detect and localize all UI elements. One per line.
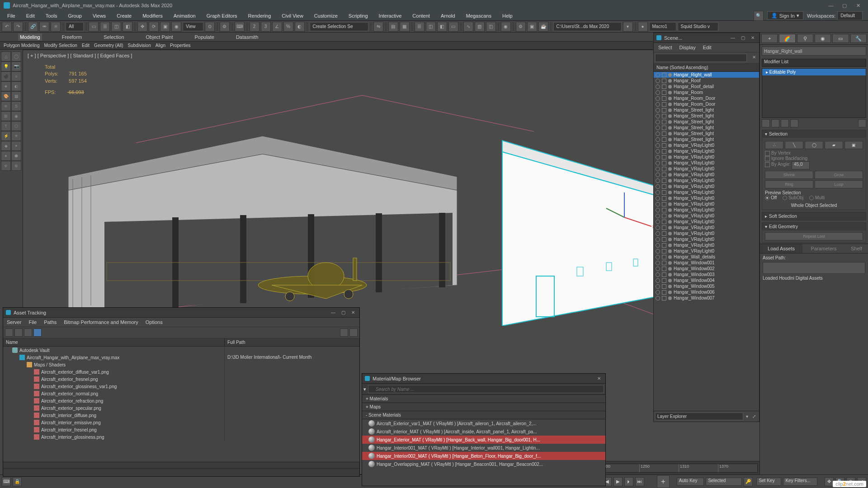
mat-section-materials[interactable]: + Materials bbox=[362, 395, 605, 403]
asset-minimize-button[interactable]: — bbox=[330, 310, 337, 316]
scene-explorer-button[interactable]: ☰ bbox=[415, 22, 425, 32]
freeze-icon[interactable] bbox=[662, 173, 666, 177]
left-tool-1[interactable]: ◯ bbox=[11, 52, 21, 61]
scene-item[interactable]: Hangar_VRayLight0 bbox=[654, 248, 759, 254]
select-button[interactable]: ▭ bbox=[89, 22, 99, 32]
grow-button[interactable]: Grow bbox=[815, 171, 863, 179]
menu-views[interactable]: Views bbox=[87, 12, 111, 20]
modifier-stack[interactable]: ▸ Editable Poly bbox=[762, 68, 866, 118]
asset-row[interactable]: Maps / Shaders bbox=[3, 361, 359, 368]
scene-item[interactable]: Hangar_VRayLight0 bbox=[654, 166, 759, 172]
asset-col-name[interactable]: Name bbox=[3, 338, 225, 346]
asset-menu-paths[interactable]: Paths bbox=[44, 319, 57, 325]
left-tool-5[interactable]: ≡ bbox=[11, 71, 21, 81]
left-tool-21[interactable]: ⬢ bbox=[11, 151, 21, 161]
left-tool-14[interactable]: T bbox=[1, 121, 11, 131]
select-rect-button[interactable]: ◫ bbox=[111, 22, 121, 32]
material-editor-button[interactable]: ◉ bbox=[501, 22, 511, 32]
material-row[interactable]: Hangar_Interior002_MAT ( VRayMtl ) [Hang… bbox=[362, 452, 605, 460]
freeze-icon[interactable] bbox=[662, 278, 666, 283]
left-tool-11[interactable]: S bbox=[11, 101, 21, 111]
freeze-icon[interactable] bbox=[662, 225, 666, 230]
freeze-icon[interactable] bbox=[662, 290, 666, 295]
asset-row[interactable]: Aircraft_Hangar_with_Airplane_max_vray.m… bbox=[3, 354, 359, 361]
mat-section-maps[interactable]: + Maps bbox=[362, 403, 605, 411]
path-browse-button[interactable]: ▾ bbox=[623, 22, 633, 32]
asset-row[interactable]: Aircraft_exterior_fresnel.png bbox=[3, 375, 359, 383]
subribbon-align[interactable]: Align bbox=[156, 43, 165, 48]
scene-item[interactable]: Hangar_VRayLight0 bbox=[654, 183, 759, 189]
panel-minimize-button[interactable]: — bbox=[729, 35, 736, 41]
scene-item[interactable]: Hangar_Roof bbox=[654, 78, 759, 84]
modify-tab[interactable]: 🌈 bbox=[779, 34, 795, 43]
visibility-icon[interactable] bbox=[656, 267, 660, 271]
scene-item[interactable]: Hangar_Street_light bbox=[654, 136, 759, 142]
visibility-icon[interactable] bbox=[656, 290, 660, 295]
show-end-result-button[interactable] bbox=[771, 119, 779, 127]
vertex-subobj-button[interactable]: ∴ bbox=[765, 141, 783, 149]
scene-item[interactable]: Hangar_VRayLight0 bbox=[654, 242, 759, 248]
workspaces-combo[interactable]: Default bbox=[837, 11, 863, 20]
render-setup-button[interactable]: ⚙ bbox=[516, 22, 526, 32]
visibility-icon[interactable] bbox=[656, 102, 660, 107]
scene-item[interactable]: Hangar_Room_Door bbox=[654, 95, 759, 101]
element-subobj-button[interactable]: ▣ bbox=[844, 141, 863, 149]
freeze-icon[interactable] bbox=[662, 214, 666, 218]
menu-group[interactable]: Group bbox=[62, 12, 87, 20]
scene-item[interactable]: Hangar_Street_light bbox=[654, 125, 759, 131]
ribbon-tab-datasmith[interactable]: Datasmith bbox=[234, 33, 260, 41]
freeze-icon[interactable] bbox=[662, 255, 666, 259]
object-name-field[interactable] bbox=[762, 47, 866, 56]
visibility-icon[interactable] bbox=[656, 237, 660, 242]
asset-menu-bitmap-performance-and-memory[interactable]: Bitmap Performance and Memory bbox=[64, 319, 138, 325]
visibility-icon[interactable] bbox=[656, 79, 660, 83]
visibility-icon[interactable] bbox=[656, 272, 660, 277]
freeze-icon[interactable] bbox=[662, 190, 666, 195]
nav-pan-button[interactable]: ✥ bbox=[825, 477, 834, 486]
soft-selection-rollout[interactable]: ▸ Soft Selection bbox=[762, 212, 866, 220]
freeze-icon[interactable] bbox=[662, 120, 666, 124]
freeze-icon[interactable] bbox=[662, 126, 666, 130]
ignore-backfacing-check[interactable]: Ignore Backfacing bbox=[771, 156, 807, 161]
setkey-button[interactable]: Set Key bbox=[756, 478, 781, 486]
panel-maximize-button[interactable]: ▢ bbox=[739, 35, 746, 41]
menu-graph-editors[interactable]: Graph Editors bbox=[201, 12, 243, 20]
asset-menu-file[interactable]: File bbox=[28, 319, 37, 325]
percent-snap-button[interactable]: % bbox=[283, 22, 293, 32]
named-sel-combo[interactable]: Create Selection Se bbox=[310, 22, 368, 31]
left-tool-7[interactable]: ◐ bbox=[11, 81, 21, 91]
subribbon-geometry--all-[interactable]: Geometry (All) bbox=[94, 43, 123, 48]
curve-editor-button[interactable]: ∿ bbox=[463, 22, 473, 32]
selected-combo[interactable]: Selected bbox=[706, 478, 742, 486]
scene-item[interactable]: Hangar_Street_light bbox=[654, 131, 759, 136]
subribbon-subdivision[interactable]: Subdivision bbox=[128, 43, 151, 48]
menu-tools[interactable]: Tools bbox=[40, 12, 63, 20]
asset-tool-4[interactable] bbox=[33, 328, 42, 337]
menu-arnold[interactable]: Arnold bbox=[435, 12, 461, 20]
left-tool-19[interactable]: ✦ bbox=[11, 141, 21, 151]
undo-button[interactable]: ↶ bbox=[2, 22, 12, 32]
visibility-icon[interactable] bbox=[656, 178, 660, 183]
left-tool-16[interactable]: ⚡ bbox=[1, 131, 11, 141]
freeze-icon[interactable] bbox=[662, 178, 666, 183]
asset-col-path[interactable]: Full Path bbox=[225, 338, 359, 346]
left-tool-12[interactable]: ⊞ bbox=[1, 111, 11, 121]
menu-civil-view[interactable]: Civil View bbox=[276, 12, 308, 20]
subribbon-properties[interactable]: Properties bbox=[170, 43, 191, 48]
scene-menu-edit[interactable]: Edit bbox=[703, 45, 712, 50]
asset-row[interactable]: Aircraft_interior_glossiness.png bbox=[3, 433, 359, 441]
ribbon-button[interactable]: ▭ bbox=[448, 22, 458, 32]
play-next-button[interactable]: ⏵ bbox=[624, 477, 633, 486]
asset-menu-server[interactable]: Server bbox=[7, 319, 21, 325]
menu-help[interactable]: Help bbox=[497, 12, 518, 20]
asset-tree[interactable]: Autodesk VaultAircraft_Hangar_with_Airpl… bbox=[3, 347, 359, 462]
asset-row[interactable]: Aircraft_exterior_diffuse_var1.png bbox=[3, 368, 359, 375]
scene-item[interactable]: Hangar_VRayLight0 bbox=[654, 189, 759, 195]
subribbon-polygon-modeling[interactable]: Polygon Modeling bbox=[4, 43, 40, 48]
scene-item[interactable]: Hangar_VRayLight0 bbox=[654, 230, 759, 236]
left-tool-0[interactable]: △ bbox=[1, 52, 11, 61]
visibility-icon[interactable] bbox=[656, 243, 660, 248]
freeze-icon[interactable] bbox=[662, 108, 666, 113]
freeze-icon[interactable] bbox=[662, 102, 666, 107]
render-frame-button[interactable]: ▣ bbox=[527, 22, 537, 32]
